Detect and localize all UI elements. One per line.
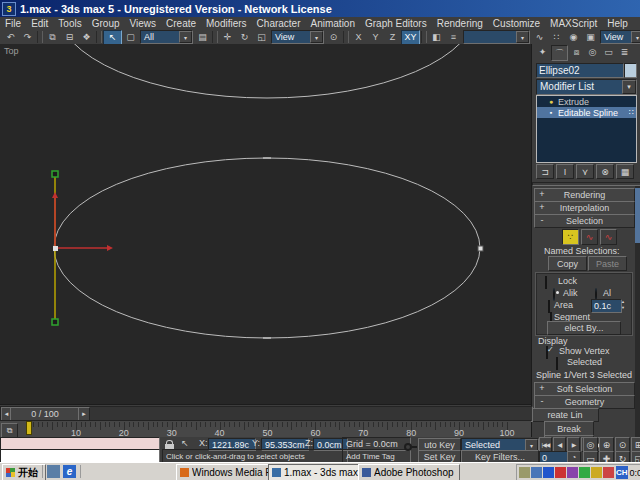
tab-display-icon[interactable]: ▭ — [601, 45, 616, 59]
segment-subobject-button[interactable]: ∿ — [581, 229, 598, 245]
mirror-icon[interactable]: ◧ — [428, 31, 445, 44]
rollout-selection[interactable]: - Selection — [534, 214, 635, 228]
modifier-list-dropdown[interactable]: Modifier List ▾ — [536, 79, 637, 95]
taskbar-task-button[interactable]: Adobe Photoshop — [358, 464, 460, 480]
select-and-scale-icon[interactable]: ◱ — [253, 31, 270, 44]
material-editor-icon[interactable]: ◉ — [565, 31, 582, 44]
bezier-handle[interactable] — [52, 171, 58, 177]
tray-icon-5[interactable] — [579, 467, 590, 478]
show-desktop-icon[interactable] — [47, 465, 60, 478]
menu-item-edit[interactable]: Edit — [26, 18, 53, 29]
break-button[interactable]: Break — [544, 421, 594, 436]
time-slider-thumb[interactable]: 0 / 100 — [10, 407, 80, 421]
rollout-interpolation[interactable]: + Interpolation — [534, 201, 635, 215]
right-vertex[interactable] — [478, 246, 483, 251]
select-by-button[interactable]: elect By... — [547, 321, 621, 335]
viewport-label[interactable]: Top — [4, 46, 19, 56]
spline-subobject-button[interactable]: ∿ — [600, 229, 617, 245]
next-frame-arrow[interactable]: ► — [78, 407, 90, 421]
zoom-extents-icon[interactable]: ⊙ — [615, 437, 630, 452]
menu-item-customize[interactable]: Customize — [488, 18, 545, 29]
play-button[interactable]: ▶ — [567, 437, 580, 452]
restrict-xy-plane-button[interactable]: XY — [401, 30, 420, 45]
show-end-result-icon[interactable]: Ι — [556, 164, 574, 179]
zoom-all-icon[interactable]: ⊕ — [599, 437, 614, 452]
menu-item-modifiers[interactable]: Modifiers — [201, 18, 252, 29]
tray-icon-7[interactable] — [603, 467, 614, 478]
object-name-field[interactable]: Ellipse02 — [536, 63, 624, 78]
start-button[interactable]: 开始 — [2, 464, 46, 480]
select-and-move-icon[interactable]: ✛ — [219, 31, 236, 44]
menu-item-character[interactable]: Character — [252, 18, 306, 29]
menu-item-help[interactable]: Help — [602, 18, 633, 29]
render-type-dropdown[interactable]: View▾ — [600, 30, 640, 44]
dropdown-arrow-icon[interactable]: ▾ — [310, 31, 323, 43]
track-bar-ruler[interactable]: 102030405060708090100 — [18, 421, 531, 438]
menu-item-animation[interactable]: Animation — [306, 18, 360, 29]
zoom-extents-all-icon[interactable]: ⊞ — [631, 437, 640, 452]
zoom-icon[interactable]: ◎ — [583, 437, 598, 452]
remove-modifier-icon[interactable]: ⊗ — [596, 164, 614, 179]
menu-item-group[interactable]: Group — [87, 18, 125, 29]
volume-icon[interactable] — [519, 467, 530, 478]
dropdown-arrow-icon[interactable]: ▾ — [516, 31, 529, 43]
menu-item-views[interactable]: Views — [125, 18, 162, 29]
panel-scrollbar-thumb[interactable] — [635, 188, 640, 243]
reference-coordinate-system-dropdown[interactable]: View▾ — [271, 30, 324, 44]
selected-vertex[interactable] — [53, 246, 58, 251]
restrict-y-button[interactable]: Y — [367, 31, 384, 44]
align-icon[interactable]: ≡ — [445, 31, 462, 44]
taskbar-clock[interactable]: 0:08 — [630, 468, 640, 478]
tray-icon-1[interactable] — [531, 467, 542, 478]
go-to-start-button[interactable]: |◀◀ — [539, 437, 552, 452]
modifier-enabled-bulb-icon[interactable]: ● — [547, 98, 555, 105]
use-pivot-point-center-icon[interactable]: ⊙ — [325, 31, 342, 44]
menu-item-create[interactable]: Create — [161, 18, 201, 29]
viewport-canvas[interactable] — [0, 44, 531, 404]
area-threshold-spinner[interactable]: ▲ ▼ — [619, 299, 627, 311]
transform-type-in-icon[interactable]: ↖ — [181, 438, 189, 448]
select-and-rotate-icon[interactable]: ↻ — [236, 31, 253, 44]
menu-item-tools[interactable]: Tools — [53, 18, 86, 29]
language-indicator[interactable]: CH — [616, 466, 628, 479]
tray-icon-2[interactable] — [543, 467, 554, 478]
rectangular-selection-region-icon[interactable]: ▢ — [122, 31, 139, 44]
restrict-z-button[interactable]: Z — [384, 31, 401, 44]
tab-utilities-icon[interactable]: ≣ — [617, 45, 632, 59]
undo-icon[interactable]: ↶ — [2, 31, 19, 44]
current-frame-marker[interactable] — [26, 421, 32, 435]
bezier-handle[interactable] — [52, 319, 58, 325]
tray-icon-6[interactable] — [591, 467, 602, 478]
panel-scrollbar[interactable] — [635, 186, 640, 437]
area-threshold-field[interactable]: 0.1c — [591, 299, 622, 313]
create-line-button[interactable]: reate Lin — [532, 408, 599, 422]
unlink-selection-icon[interactable]: ⊟ — [61, 31, 78, 44]
select-object-icon[interactable]: ↖ — [103, 30, 122, 45]
tray-icon-3[interactable] — [555, 467, 566, 478]
spinner-down-icon[interactable]: ▼ — [619, 305, 627, 311]
bind-to-space-warp-icon[interactable]: ❖ — [78, 31, 95, 44]
selected-only-checkbox[interactable] — [556, 357, 558, 370]
taskbar-task-button[interactable]: Windows Media Player — [176, 464, 272, 480]
curve-editor-icon[interactable]: ∿ — [531, 31, 548, 44]
tab-motion-icon[interactable]: ◎ — [585, 45, 600, 59]
previous-frame-button[interactable]: ◀| — [553, 437, 566, 452]
tab-create-icon[interactable]: ✦ — [535, 45, 550, 59]
tab-hierarchy-icon[interactable]: ⧈ — [569, 45, 584, 59]
tray-icon-4[interactable] — [567, 467, 578, 478]
object-color-swatch[interactable] — [624, 63, 637, 78]
render-scene-icon[interactable]: ▣ — [582, 31, 599, 44]
taskbar-task-button[interactable]: 1.max - 3ds max 5 - Unre... — [268, 464, 362, 480]
select-by-name-icon[interactable]: ▤ — [194, 31, 211, 44]
restrict-x-button[interactable]: X — [350, 31, 367, 44]
internet-explorer-icon[interactable]: e — [63, 465, 76, 478]
rollout-soft-selection[interactable]: + Soft Selection — [534, 382, 635, 396]
subobject-expand-icon[interactable]: ∷ — [629, 108, 634, 117]
stack-item-editable-spline[interactable]: ▪Editable Spline∷ — [537, 107, 636, 118]
redo-icon[interactable]: ↷ — [19, 31, 36, 44]
dropdown-arrow-icon[interactable]: ▾ — [179, 31, 192, 43]
ellipse-spline-1[interactable] — [57, 44, 477, 98]
rollout-rendering[interactable]: + Rendering — [534, 188, 635, 202]
ellipse-spline-2[interactable] — [54, 158, 480, 338]
editable-spline-icon[interactable]: ▪ — [547, 109, 555, 116]
